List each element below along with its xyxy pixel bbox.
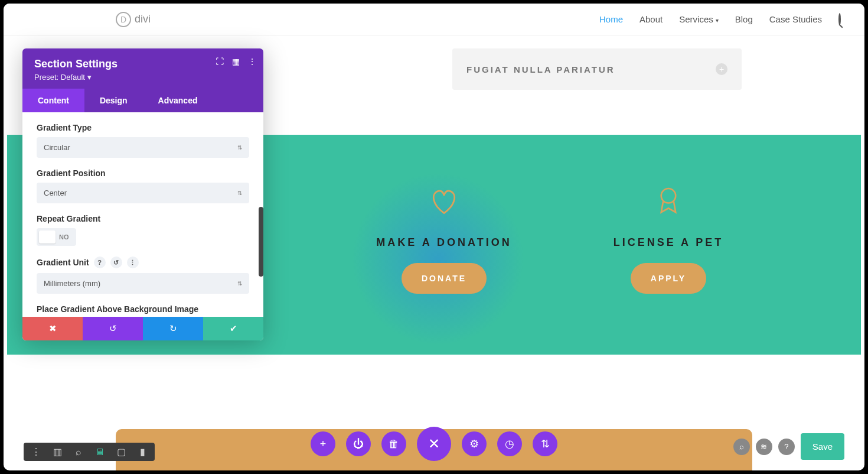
- view-toolbar: ⋮ ▥ ⌕ 🖥 ▢ ▮: [24, 443, 155, 461]
- select-gradient-unit[interactable]: Millimeters (mm): [37, 273, 249, 294]
- clock-icon[interactable]: ◷: [497, 431, 522, 456]
- accordion-item[interactable]: FUGIAT NULLA PARIATUR +: [452, 48, 742, 90]
- power-icon[interactable]: ⏻: [346, 431, 371, 456]
- apply-button[interactable]: APPLY: [631, 263, 706, 294]
- cta-heading: LICENSE A PET: [580, 236, 757, 249]
- label-place-above: Place Gradient Above Background Image: [37, 304, 249, 314]
- meta-toolbar: ⌕ ≋ ? Save: [733, 433, 844, 460]
- save-button[interactable]: Save: [801, 433, 844, 460]
- redo-button[interactable]: ↻: [143, 317, 203, 340]
- panel-footer: ✖ ↺ ↻ ✔: [22, 317, 263, 340]
- brand-logo: D divi: [116, 12, 151, 27]
- search-icon[interactable]: [838, 14, 841, 24]
- phone-icon[interactable]: ▮: [136, 446, 149, 457]
- nav-items: Home About Services▾ Blog Case Studies: [599, 14, 841, 24]
- wireframe-icon[interactable]: ▥: [51, 446, 64, 457]
- cancel-button[interactable]: ✖: [22, 317, 83, 340]
- gear-icon[interactable]: ⚙: [462, 431, 487, 456]
- select-gradient-position[interactable]: Center: [37, 183, 249, 203]
- chevron-down-icon: ▾: [716, 17, 719, 24]
- layers-icon[interactable]: ≋: [756, 439, 772, 455]
- nav-home[interactable]: Home: [599, 14, 623, 24]
- top-nav: D divi Home About Services▾ Blog Case St…: [4, 4, 864, 35]
- panel-header[interactable]: Section Settings Preset: Default ▾ ⛶ ▦ ⋮: [22, 48, 263, 89]
- desktop-icon[interactable]: 🖥: [93, 447, 106, 457]
- label-gradient-position: Gradient Position: [37, 168, 249, 178]
- settings-panel: Section Settings Preset: Default ▾ ⛶ ▦ ⋮…: [22, 48, 263, 340]
- search-icon[interactable]: ⌕: [733, 439, 750, 455]
- help-icon[interactable]: ?: [778, 439, 795, 455]
- cta-heading: MAKE A DONATION: [355, 236, 533, 249]
- heart-icon: [425, 182, 463, 220]
- nav-blog[interactable]: Blog: [735, 14, 753, 24]
- tab-content[interactable]: Content: [22, 89, 84, 112]
- close-button[interactable]: ✕: [417, 427, 451, 461]
- kebab-icon[interactable]: ⋮: [248, 57, 256, 66]
- accordion-title: FUGIAT NULLA PARIATUR: [466, 64, 615, 74]
- panel-preset[interactable]: Preset: Default ▾: [34, 73, 252, 82]
- scrollbar-thumb[interactable]: [259, 207, 263, 277]
- panel-tabs: Content Design Advanced: [22, 89, 263, 112]
- cta-donation: MAKE A DONATION DONATE: [355, 182, 533, 294]
- donate-button[interactable]: DONATE: [402, 263, 487, 294]
- nav-services[interactable]: Services▾: [679, 14, 719, 24]
- label-repeat-gradient: Repeat Gradient: [37, 214, 249, 223]
- action-toolbar: + ⏻ 🗑 ✕ ⚙ ◷ ⇅: [311, 427, 557, 461]
- panel-body: Gradient Type Circular Gradient Position…: [22, 112, 263, 317]
- toggle-value: NO: [59, 233, 74, 241]
- kebab-icon[interactable]: ⋮: [127, 257, 139, 268]
- label-gradient-unit: Gradient Unit ? ↺ ⋮: [37, 257, 249, 268]
- trash-icon[interactable]: 🗑: [381, 431, 406, 456]
- svg-point-0: [661, 189, 676, 203]
- select-gradient-type[interactable]: Circular: [37, 137, 249, 158]
- tab-advanced[interactable]: Advanced: [143, 89, 213, 112]
- reset-icon[interactable]: ↺: [110, 257, 122, 268]
- award-ribbon-icon: [650, 182, 687, 220]
- grid-icon[interactable]: ▦: [232, 57, 240, 66]
- zoom-icon[interactable]: ⌕: [72, 447, 85, 457]
- label-gradient-type: Gradient Type: [37, 123, 249, 132]
- add-button[interactable]: +: [311, 431, 335, 456]
- sort-icon[interactable]: ⇅: [533, 431, 557, 456]
- logo-mark: D: [116, 12, 131, 27]
- tab-design[interactable]: Design: [84, 89, 143, 112]
- toggle-handle: [39, 230, 56, 244]
- confirm-button[interactable]: ✔: [203, 317, 263, 340]
- tablet-icon[interactable]: ▢: [115, 446, 128, 457]
- expand-icon[interactable]: ⛶: [216, 57, 224, 66]
- help-icon[interactable]: ?: [94, 257, 106, 268]
- chevron-down-icon: ▾: [87, 73, 92, 82]
- undo-button[interactable]: ↺: [83, 317, 143, 340]
- nav-case-studies[interactable]: Case Studies: [769, 14, 822, 24]
- toggle-repeat-gradient[interactable]: NO: [37, 228, 76, 246]
- kebab-icon[interactable]: ⋮: [30, 446, 43, 457]
- nav-about[interactable]: About: [639, 14, 663, 24]
- brand-name: divi: [135, 13, 151, 25]
- plus-icon: +: [716, 63, 727, 75]
- cta-license: LICENSE A PET APPLY: [580, 182, 757, 294]
